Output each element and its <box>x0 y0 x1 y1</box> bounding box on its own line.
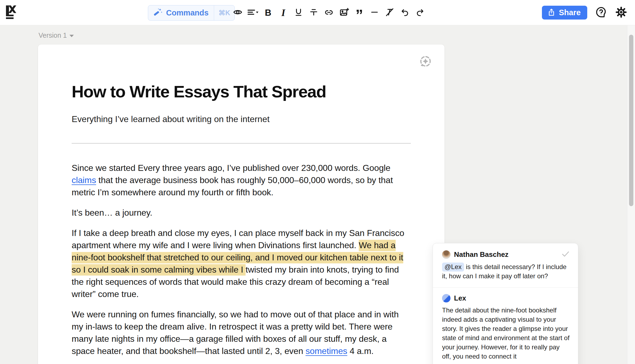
redo-icon <box>415 7 425 18</box>
comment[interactable]: Nathan Baschez@Lex is this detail necess… <box>433 243 578 287</box>
paragraph[interactable]: If I take a deep breath and close my eye… <box>72 227 411 300</box>
underline-icon <box>294 7 303 18</box>
document-card: How to Write Essays That Spread Everythi… <box>38 44 444 364</box>
help-button[interactable] <box>595 5 607 21</box>
magic-wand-icon <box>153 8 163 18</box>
horizontal-rule-icon <box>370 7 379 18</box>
eye-button[interactable] <box>230 0 245 25</box>
clear-formatting-button[interactable] <box>382 0 397 25</box>
text-segment: It’s been… a journey. <box>72 208 152 218</box>
ai-regenerate-icon[interactable] <box>419 55 432 68</box>
insert-image-button[interactable] <box>336 0 352 25</box>
bold-button[interactable]: B <box>261 0 276 25</box>
undo-button[interactable] <box>397 0 412 25</box>
clear-formatting-icon <box>385 7 395 18</box>
italic-icon: I <box>281 7 285 18</box>
quote-icon: ” <box>355 8 363 17</box>
document-title[interactable]: How to Write Essays That Spread <box>72 81 411 102</box>
lex-logo-icon[interactable] <box>4 4 19 21</box>
italic-button[interactable]: I <box>276 0 291 25</box>
comment-author: Nathan Baschez <box>454 250 509 259</box>
mention-chip[interactable]: @Lex <box>442 263 464 272</box>
share-label: Share <box>559 8 581 17</box>
text-segment: If I take a deep breath and close my eye… <box>72 228 404 250</box>
bold-icon: B <box>265 8 271 18</box>
comment-body: @Lex is this detail necessary? If I incl… <box>442 262 570 281</box>
resolve-check-icon[interactable] <box>561 250 570 259</box>
paragraph[interactable]: Since we started Every three years ago, … <box>72 162 411 199</box>
scrollbar-thumb[interactable] <box>629 35 633 206</box>
commands-button-main: Commands <box>148 5 214 20</box>
text-segment: The detail about the nine-foot bookshelf… <box>442 306 570 360</box>
user-avatar <box>442 250 450 259</box>
paragraph[interactable]: It’s been… a journey. <box>72 207 411 219</box>
inline-link[interactable]: sometimes <box>306 346 347 356</box>
link-icon <box>324 7 334 18</box>
document-body[interactable]: Since we started Every three years ago, … <box>72 162 411 357</box>
paragraph[interactable]: We were running on fumes financially, so… <box>72 308 411 357</box>
underline-button[interactable] <box>291 0 306 25</box>
text-align-button[interactable] <box>245 0 261 25</box>
lex-avatar <box>442 294 450 302</box>
top-toolbar: Commands ⌘K BI” Share <box>0 0 635 25</box>
commands-label: Commands <box>166 8 208 17</box>
text-segment: 4 a.m. <box>347 346 374 356</box>
version-selector[interactable]: Version 1 <box>39 31 74 39</box>
undo-icon <box>400 7 410 18</box>
document-subtitle[interactable]: Everything I’ve learned about writing on… <box>72 113 411 125</box>
gear-icon <box>615 6 627 19</box>
help-head-question-icon <box>595 6 607 19</box>
document-editor: How to Write Essays That Spread Everythi… <box>38 44 444 357</box>
comment-header: Lex <box>442 294 570 302</box>
comment-thread-panel: Nathan Baschez@Lex is this detail necess… <box>433 243 578 364</box>
link-button[interactable] <box>321 0 336 25</box>
insert-image-icon <box>339 7 349 18</box>
strikethrough-button[interactable] <box>306 0 321 25</box>
title-divider <box>72 143 411 144</box>
horizontal-rule-button[interactable] <box>367 0 382 25</box>
header-right-cluster: Share <box>542 0 627 25</box>
text-segment: Since we started Every three years ago, … <box>72 163 390 173</box>
formatting-toolbar: BI” <box>230 0 428 25</box>
comment-header: Nathan Baschez <box>442 250 570 259</box>
lex-editor-app: { "header": { "logo_alt": "Lex", "comman… <box>0 0 635 364</box>
strikethrough-icon <box>309 7 319 18</box>
comment[interactable]: LexThe detail about the nine-foot booksh… <box>433 287 578 364</box>
comment-author: Lex <box>454 294 466 302</box>
redo-button[interactable] <box>412 0 428 25</box>
quote-button[interactable]: ” <box>352 0 367 25</box>
scrollbar-track[interactable] <box>627 25 635 364</box>
text-align-icon <box>247 7 259 18</box>
commands-button[interactable]: Commands ⌘K <box>148 5 235 21</box>
share-button[interactable]: Share <box>542 6 587 20</box>
share-icon <box>547 8 555 17</box>
text-segment: that the average business book has rough… <box>72 175 393 197</box>
eye-icon <box>233 7 243 18</box>
version-label: Version 1 <box>39 31 67 39</box>
settings-button[interactable] <box>615 5 627 21</box>
inline-link[interactable]: claims <box>72 175 96 185</box>
chevron-down-icon <box>69 35 74 37</box>
comment-body: The detail about the nine-foot bookshelf… <box>442 306 570 361</box>
